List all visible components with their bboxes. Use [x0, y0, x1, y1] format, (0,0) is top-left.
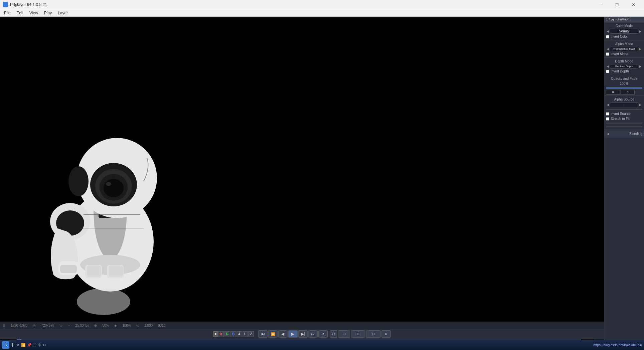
taskbar-url: https://blog.csdn.net/balalabiubiu	[593, 343, 642, 347]
stretch-to-fit-checkbox[interactable]	[606, 117, 609, 121]
status-quality: 100%	[122, 324, 131, 327]
taskbar: S 中 🎙 📶 📌 ☰ 中 ⚙ https://blog.csdn.net/ba…	[0, 340, 644, 350]
view-grid2-button[interactable]: ⊟	[366, 330, 381, 338]
taskbar-icon-pin[interactable]: 📌	[27, 343, 32, 347]
depth-mode-label: Depth Mode	[606, 59, 642, 64]
taskbar-ime-label[interactable]: 中	[11, 342, 15, 348]
alpha-mode-prev-button[interactable]: ◀	[606, 47, 610, 51]
taskbar-app-icon[interactable]: S	[2, 341, 9, 349]
goto-start-button[interactable]: ⏮	[258, 330, 268, 338]
alpha-source-track	[606, 109, 642, 110]
invert-depth-row: Invert Depth	[606, 69, 642, 74]
status-resolution-icon: ⊞	[3, 324, 5, 327]
taskbar-icon-task[interactable]: ☰	[33, 343, 36, 347]
menu-layer[interactable]: Layer	[55, 10, 70, 16]
prev-frame-button[interactable]: ◀	[278, 330, 288, 338]
channel-l-button[interactable]: L	[243, 331, 248, 337]
view-2up-button[interactable]: □□	[338, 330, 350, 338]
status-quality-icon: ◈	[114, 324, 117, 327]
window-title: Pdplayer 64 1.0.5.21	[10, 2, 47, 7]
invert-alpha-label: Invert Alpha	[611, 52, 628, 56]
menu-bar: File Edit View Play Layer	[0, 9, 644, 17]
stretch-to-fit-row: Stretch to Fit	[606, 116, 642, 121]
fade-out-input[interactable]	[621, 90, 635, 95]
window-controls[interactable]: ─ □ ✕	[593, 0, 641, 9]
depth-mode-value: Replace Depth	[610, 64, 638, 68]
stretch-to-fit-label: Stretch to Fit	[611, 117, 630, 121]
blending-collapse-button[interactable]: ◀	[606, 132, 610, 136]
status-fps: 25.00 fps	[75, 324, 89, 327]
opacity-fade-section: Opacity and Fade 100%	[604, 75, 644, 96]
view-4up-button[interactable]: ⊞	[351, 330, 365, 338]
extra-track-2	[606, 126, 642, 127]
next-frame-button[interactable]: ▶|	[298, 330, 308, 338]
svg-point-14	[77, 288, 130, 315]
next-many-button[interactable]: ⏭	[308, 330, 318, 338]
color-mode-label: Color Mode	[606, 23, 642, 28]
color-mode-next-button[interactable]: ▶	[638, 29, 642, 33]
color-mode-row: ◀ Normal ▶	[606, 28, 642, 34]
depth-mode-section: Depth Mode ◀ Replace Depth ▶ Invert Dept…	[604, 58, 644, 75]
view-single-button[interactable]: □	[330, 330, 337, 338]
opacity-slider[interactable]	[606, 86, 642, 90]
layer-header: 1 1 jqr_cl.####.if...	[604, 17, 644, 22]
svg-point-9	[68, 166, 89, 196]
menu-play[interactable]: Play	[41, 10, 54, 16]
invert-depth-checkbox[interactable]	[606, 70, 609, 73]
fade-in-input[interactable]	[606, 90, 620, 95]
extra-slider-1[interactable]	[606, 121, 642, 125]
alpha-source-prev-button[interactable]: ◀	[606, 103, 610, 107]
opacity-fill	[606, 88, 642, 89]
depth-mode-next-button[interactable]: ▶	[638, 64, 642, 68]
title-bar: Pdplayer 64 1.0.5.21 ─ □ ✕	[0, 0, 644, 9]
channel-a-button[interactable]: A	[236, 331, 242, 337]
invert-alpha-checkbox[interactable]	[606, 52, 609, 56]
channel-buttons: ■ R G B A L Z	[213, 331, 254, 337]
taskbar-icon-lang[interactable]: 中	[38, 343, 41, 348]
channel-all-button[interactable]: ■	[213, 331, 217, 337]
maximize-button[interactable]: □	[609, 0, 625, 9]
alpha-source-section: Alpha Source ◀ -- ▶ Invert Source Stretc…	[604, 96, 644, 130]
channel-b-button[interactable]: B	[230, 331, 236, 337]
channel-g-button[interactable]: G	[224, 331, 230, 337]
extra-track-1	[606, 123, 642, 124]
menu-edit[interactable]: Edit	[14, 10, 26, 16]
opacity-track	[606, 88, 642, 89]
right-panel: 1 1 jqr_cl.####.if... Color Mode ◀ Norma…	[604, 17, 644, 350]
taskbar-icon-net[interactable]: 📶	[21, 343, 26, 347]
loop-button[interactable]: ↺	[318, 330, 328, 338]
prev-many-button[interactable]: ⏪	[268, 330, 278, 338]
alpha-source-slider[interactable]	[606, 108, 642, 111]
alpha-source-row: ◀ -- ▶	[606, 102, 642, 108]
taskbar-icon-mic[interactable]: 🎙	[16, 343, 20, 347]
view-compare-button[interactable]: ⊠	[381, 330, 391, 338]
invert-color-checkbox[interactable]	[606, 35, 609, 38]
color-mode-prev-button[interactable]: ◀	[606, 29, 610, 33]
minimize-button[interactable]: ─	[593, 0, 608, 9]
depth-mode-prev-button[interactable]: ◀	[606, 64, 610, 68]
svg-rect-20	[87, 266, 101, 277]
blending-section: ◀ Blending	[604, 130, 644, 138]
channel-z-button[interactable]: Z	[248, 331, 254, 337]
taskbar-right: https://blog.csdn.net/balalabiubiu	[593, 343, 642, 347]
play-button[interactable]: ▶	[288, 330, 298, 338]
app-icon	[3, 2, 8, 7]
alpha-source-next-button[interactable]: ▶	[638, 103, 642, 107]
invert-color-row: Invert Color	[606, 34, 642, 39]
invert-source-row: Invert Source	[606, 111, 642, 116]
svg-point-8	[106, 182, 111, 186]
invert-source-checkbox[interactable]	[606, 112, 609, 116]
depth-mode-row: ◀ Replace Depth ▶	[606, 64, 642, 69]
alpha-mode-row: ◀ Premultiplied Mask ▶	[606, 46, 642, 51]
alpha-mode-section: Alpha Mode ◀ Premultiplied Mask ▶ Invert…	[604, 40, 644, 58]
menu-view[interactable]: View	[27, 10, 41, 16]
close-button[interactable]: ✕	[626, 0, 641, 9]
extra-slider-2[interactable]	[606, 125, 642, 129]
alpha-mode-next-button[interactable]: ▶	[638, 47, 642, 51]
status-frame: 0010	[158, 324, 165, 327]
status-playback: --	[68, 324, 70, 327]
taskbar-icon-settings[interactable]: ⚙	[43, 343, 46, 347]
blending-header: ◀ Blending	[606, 131, 642, 137]
channel-r-button[interactable]: R	[218, 331, 224, 337]
menu-file[interactable]: File	[1, 10, 13, 16]
